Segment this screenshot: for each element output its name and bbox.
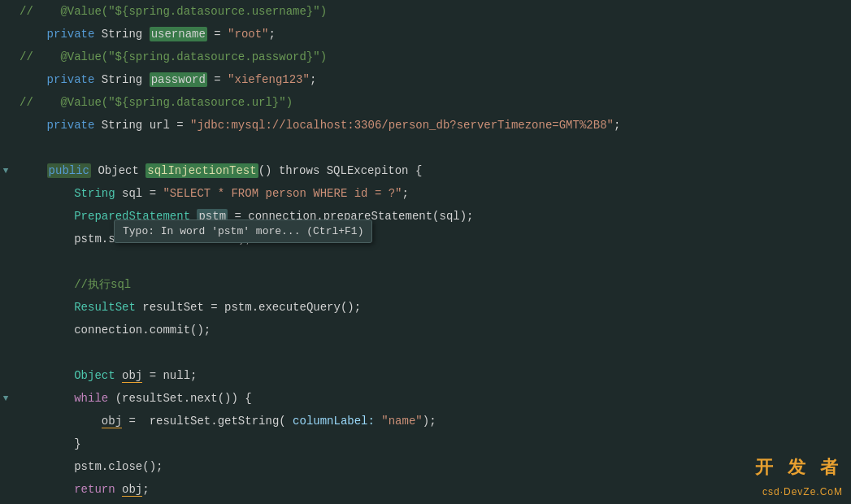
keyword: private — [47, 73, 95, 86]
code-line: //执行sql — [0, 273, 851, 296]
indent — [20, 483, 74, 496]
indent — [20, 460, 74, 473]
code-line: } — [0, 501, 851, 504]
plain-text: String — [94, 28, 149, 41]
code-line: ▼ public Object sqlInjectionTest() throw… — [0, 159, 851, 182]
plain-text: pstm.close(); — [74, 460, 163, 473]
line-content: connection.commit(); — [11, 319, 851, 341]
line-content: // @Value("${spring.datasource.url}") — [11, 92, 851, 113]
line-content: // @Value("${spring.datasource.password}… — [11, 46, 851, 67]
code-line: connection.commit(); — [0, 319, 851, 341]
line-content: Object obj = null; — [11, 365, 851, 386]
string-literal: "xiefeng123" — [228, 73, 310, 86]
indent — [20, 392, 74, 405]
comment-text: // @Value("${spring.datasource.password}… — [20, 50, 327, 63]
line-content: //执行sql — [11, 274, 851, 295]
code-line: private String password = "xiefeng123"; — [0, 68, 851, 91]
line-content — [11, 137, 851, 159]
indent — [20, 232, 74, 245]
code-line: return obj; — [0, 478, 851, 501]
line-content: return obj; — [11, 479, 851, 500]
highlighted-method: sqlInjectionTest — [145, 163, 258, 178]
tooltip-text: Typo: In word 'pstm' more... (Ctrl+F1) — [123, 225, 363, 237]
plain-text: () throws SQLExcepiton { — [258, 164, 423, 177]
plain-text: String — [94, 73, 149, 86]
plain-text: ; — [142, 483, 149, 496]
keyword-return: return — [74, 483, 115, 496]
code-line — [0, 137, 851, 159]
indent — [20, 437, 74, 450]
indent — [20, 278, 74, 291]
code-line — [0, 250, 851, 273]
type-name: ResultSet — [74, 301, 136, 314]
line-content: public Object sqlInjectionTest() throws … — [11, 160, 851, 181]
code-line: String sql = "SELECT * FROM person WHERE… — [0, 182, 851, 205]
code-line: // @Value("${spring.datasource.password}… — [0, 46, 851, 68]
line-content — [11, 342, 851, 363]
keyword: private — [47, 119, 95, 132]
line-content: ResultSet resultSet = pstm.executeQuery(… — [11, 297, 851, 318]
line-content: private String password = "xiefeng123"; — [11, 69, 851, 90]
plain-text: = null; — [142, 369, 197, 382]
indent — [20, 28, 47, 41]
plain-text: connection.commit(); — [74, 324, 211, 337]
indent — [20, 369, 74, 382]
code-line: pstm.close(); — [0, 455, 851, 478]
indent — [20, 301, 74, 314]
plain-text: = — [207, 28, 228, 41]
plain-text: ; — [402, 187, 409, 200]
comment-text: // @Value("${spring.datasource.username}… — [20, 5, 327, 18]
plain-text: = resultSet.getString( — [122, 415, 293, 428]
keyword: private — [47, 28, 95, 41]
plain-text: ); — [423, 415, 436, 428]
highlighted-identifier: username — [150, 27, 207, 41]
line-content — [11, 251, 851, 272]
code-line: private String url = "jdbc:mysql://local… — [0, 114, 851, 137]
line-content: pstm.close(); — [11, 456, 851, 477]
fold-arrow[interactable]: ▼ — [0, 393, 11, 403]
watermark-english: csd·DevZe.CoM — [762, 486, 843, 497]
type-name: Object — [74, 369, 115, 382]
code-line: ▼ while (resultSet.next()) { — [0, 387, 851, 410]
indent — [20, 119, 47, 132]
typo-tooltip: Typo: In word 'pstm' more... (Ctrl+F1) — [114, 219, 372, 243]
plain-text: = — [207, 73, 228, 86]
watermark-chinese: 开 发 者 — [755, 455, 843, 480]
line-content: private String url = "jdbc:mysql://local… — [11, 115, 851, 136]
type-name: String — [74, 187, 115, 200]
indent — [20, 324, 74, 337]
plain-text: (resultSet.next()) { — [108, 392, 251, 405]
plain-text — [115, 483, 122, 496]
code-line: obj = resultSet.getString( columnLabel: … — [0, 410, 851, 432]
line-content: // @Value("${spring.datasource.username}… — [11, 1, 851, 22]
plain-text: String url = — [94, 119, 190, 132]
highlighted-identifier: password — [150, 72, 207, 87]
code-line: Object obj = null; — [0, 364, 851, 387]
code-line: private String username = "root"; — [0, 23, 851, 46]
code-line: ResultSet resultSet = pstm.executeQuery(… — [0, 296, 851, 319]
underline-identifier: obj — [122, 483, 142, 497]
indent — [20, 187, 74, 200]
line-content: } — [11, 433, 851, 454]
line-content: obj = resultSet.getString( columnLabel: … — [11, 411, 851, 432]
string-literal: "SELECT * FROM person WHERE id = ?" — [163, 187, 402, 200]
code-line: } — [0, 432, 851, 455]
plain-text: } — [74, 437, 80, 450]
plain-text: sql = — [115, 187, 163, 200]
line-content: while (resultSet.next()) { — [11, 388, 851, 409]
indent — [20, 415, 102, 428]
param-label: columnLabel: — [293, 415, 381, 428]
fold-arrow[interactable]: ▼ — [0, 166, 11, 176]
plain-text: Object — [91, 164, 145, 177]
indent — [20, 164, 47, 177]
plain-text: ; — [310, 73, 316, 86]
code-line: // @Value("${spring.datasource.url}") — [0, 91, 851, 114]
string-literal: "root" — [228, 28, 268, 41]
highlighted-public: public — [47, 163, 91, 178]
underline-identifier: obj — [122, 369, 142, 383]
underline-identifier: obj — [102, 415, 122, 428]
line-content: private String username = "root"; — [11, 24, 851, 45]
string-literal: "jdbc:mysql://localhost:3306/person_db?s… — [190, 119, 614, 132]
indent — [20, 210, 74, 223]
plain-text: resultSet = pstm.executeQuery(); — [136, 301, 361, 314]
